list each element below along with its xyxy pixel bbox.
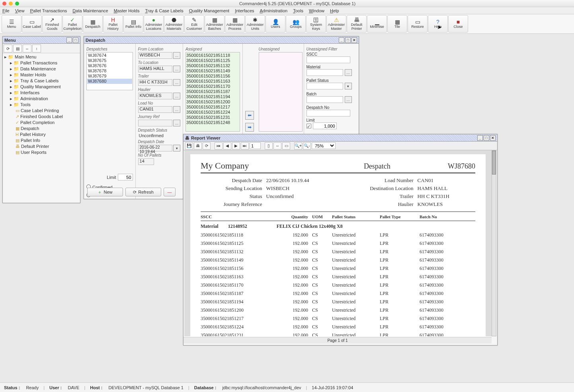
menu-help[interactable]: Help	[330, 8, 339, 13]
new-button[interactable]: ＋New	[87, 188, 123, 196]
assigned-item[interactable]: 350001615021851149	[186, 68, 239, 74]
assigned-list[interactable]: 3500016150218511183500016150218511253500…	[185, 52, 240, 132]
unassigned-list[interactable]	[259, 52, 303, 132]
close-window-icon[interactable]	[2, 2, 6, 6]
tree-case-label-printing[interactable]: ▭ Case Label Printing	[4, 108, 78, 114]
haulier-lookup-button[interactable]: …	[173, 93, 180, 99]
fit-page-icon[interactable]: ▯	[265, 142, 273, 149]
despatch-item[interactable]: WJ87676	[87, 63, 132, 68]
despatch-list[interactable]: WJ87674WJ87675WJ87676WJ87678WJ87679WJ876…	[86, 52, 133, 90]
zoom-in-icon[interactable]: 🔍+	[294, 142, 302, 149]
tb-administer-units[interactable]: ✱Administer Units	[245, 15, 265, 33]
assigned-item[interactable]: 350001615021851217	[186, 105, 239, 110]
tb-tile[interactable]: ▦Tile	[387, 15, 407, 33]
despatch-item[interactable]: WJ87678	[87, 68, 132, 74]
tree-pallet-transactions[interactable]: ▸ 📁 Pallet Transactions	[4, 60, 78, 66]
despatch-item[interactable]: WJ87680	[87, 79, 132, 84]
maximize-icon[interactable]: □	[484, 135, 489, 141]
prev-page-icon[interactable]: ◀	[223, 142, 231, 149]
assigned-item[interactable]: 350001615021851231	[186, 115, 239, 120]
tb-default-printer[interactable]: 🖶Default Printer	[347, 15, 367, 33]
maximize-icon[interactable]: □	[73, 37, 78, 43]
menu-quality-management[interactable]: Quality Management	[189, 8, 230, 13]
tree-finished-goods-label[interactable]: ↗ Finished Goods Label	[4, 114, 78, 120]
to-location-field[interactable]: HAMS HALL	[138, 66, 173, 72]
assign-left-button[interactable]: ⬅	[245, 111, 254, 120]
limit-input[interactable]	[118, 174, 133, 180]
menu-window-header[interactable]: Menu _ □	[3, 37, 80, 44]
loadno-lookup-button[interactable]: …	[173, 106, 180, 113]
despatch-item[interactable]: WJ87679	[87, 74, 132, 79]
assign-right-button[interactable]: ➡	[245, 123, 254, 132]
despatch-date-button[interactable]: ▾	[173, 145, 180, 151]
filter-material-lookup-button[interactable]: …	[345, 69, 352, 76]
filter-limit-input[interactable]	[313, 122, 337, 129]
filter-despatchno-input[interactable]	[307, 110, 350, 116]
tb-minimise[interactable]: ▁Minimise	[367, 15, 387, 33]
tree-despatch[interactable]: ▦ Despatch	[4, 126, 78, 132]
scrollbar-thumb[interactable]	[492, 151, 496, 175]
from-location-field[interactable]: WISBECH	[138, 52, 173, 59]
tb-pallet-completion[interactable]: ✓Pallet Completion	[62, 15, 82, 33]
tree-tray-case-labels[interactable]: ▸ 📁 Tray & Case Labels	[4, 78, 78, 84]
tb-administer-materials[interactable]: ⬣Administer Materials	[164, 15, 184, 33]
menu-tools[interactable]: Tools	[293, 8, 303, 13]
zoom-window-icon[interactable]	[15, 2, 19, 6]
despatch-item[interactable]: WJ87675	[87, 58, 132, 63]
menu-toolbar-btn-2[interactable]: ↔	[23, 45, 31, 52]
tree-pallet-history[interactable]: H Pallet History	[4, 132, 78, 138]
filter-limit-checkbox[interactable]: ✓	[307, 124, 311, 128]
page-number-input[interactable]	[250, 142, 261, 149]
save-icon[interactable]: 💾	[185, 142, 193, 149]
minimize-icon[interactable]: _	[477, 135, 483, 141]
menu-file[interactable]: File	[2, 8, 10, 13]
filter-material-input[interactable]	[307, 69, 343, 76]
to-location-lookup-button[interactable]: …	[173, 66, 180, 72]
minimize-icon[interactable]: _	[339, 37, 344, 43]
filter-palletstatus-select[interactable]	[307, 83, 343, 89]
assigned-item[interactable]: 350001615021851224	[186, 110, 239, 115]
tb-pallet-history[interactable]: HPallet History	[103, 15, 123, 33]
tb-despatch[interactable]: ▦Despatch	[83, 15, 103, 33]
zoom-out-icon[interactable]: 🔍-	[303, 142, 311, 149]
menu-view[interactable]: View	[15, 8, 25, 13]
tree-user-reports[interactable]: ▤ User Reports	[4, 149, 78, 155]
delete-button[interactable]: —	[164, 188, 176, 196]
tree-administration[interactable]: ▸ 📁 Administration	[4, 96, 78, 102]
tb-restore[interactable]: ▭Restore	[408, 15, 428, 33]
tb-case-label[interactable]: ▭Case Label	[22, 15, 42, 33]
tb-system-keys[interactable]: ⚿System Keys	[306, 15, 326, 33]
report-viewer-header[interactable]: 🖶Report Viewer _ □ ✕	[184, 134, 497, 142]
assigned-item[interactable]: 350001615021851118	[186, 53, 239, 58]
menu-data-maintenance[interactable]: Data Maintenance	[72, 8, 108, 13]
tb-pallet-info[interactable]: ▤Pallet Info	[123, 15, 143, 33]
assigned-item[interactable]: 350001615021851156	[186, 74, 239, 79]
journeyref-field[interactable]	[138, 120, 173, 126]
filter-batch-input[interactable]	[307, 96, 343, 103]
assigned-item[interactable]: 350001615021851125	[186, 58, 239, 63]
assigned-item[interactable]: 350001615021851200	[186, 99, 239, 105]
tree-master-holds[interactable]: ▸ 📁 Master Holds	[4, 72, 78, 78]
filter-batch-lookup-button[interactable]: …	[345, 96, 352, 103]
minimize-window-icon[interactable]	[9, 2, 13, 6]
tree-tools[interactable]: ▸ 📁 Tools	[4, 102, 78, 108]
menu-window[interactable]: Window	[309, 8, 324, 13]
tree-pallet-info[interactable]: ▤ Pallet Info	[4, 138, 78, 144]
assigned-item[interactable]: 350001615021851170	[186, 84, 239, 89]
despatch-date-field[interactable]: 2016-06-22 10:19:44	[138, 145, 173, 151]
last-page-icon[interactable]: ⏭	[241, 142, 249, 149]
assigned-item[interactable]: 350001615021851248	[186, 120, 239, 125]
menu-toolbar-btn-0[interactable]: ⟳	[4, 45, 12, 52]
tb-administer-process[interactable]: ▦Administer Process	[225, 15, 245, 33]
zoom-select[interactable]: 75%	[312, 142, 336, 149]
tb-edit-customer[interactable]: ✎Edit Customer	[184, 15, 204, 33]
tree-main-menu[interactable]: ▸ 📁 Main Menu	[4, 54, 78, 60]
menu-administration[interactable]: Administration	[260, 8, 288, 13]
tb-finished-goods[interactable]: ↗Finished Goods	[42, 15, 62, 33]
journeyref-lookup-button[interactable]: …	[173, 120, 180, 126]
filter-sscc-input[interactable]	[307, 56, 350, 63]
print-icon[interactable]: 🖶	[194, 142, 202, 149]
trailer-field[interactable]: HH C KT331H	[138, 79, 173, 86]
report-page-area[interactable]: My Company Despatch WJ87680 Despatch Dat…	[184, 150, 492, 336]
vertical-scrollbar[interactable]	[492, 150, 496, 336]
